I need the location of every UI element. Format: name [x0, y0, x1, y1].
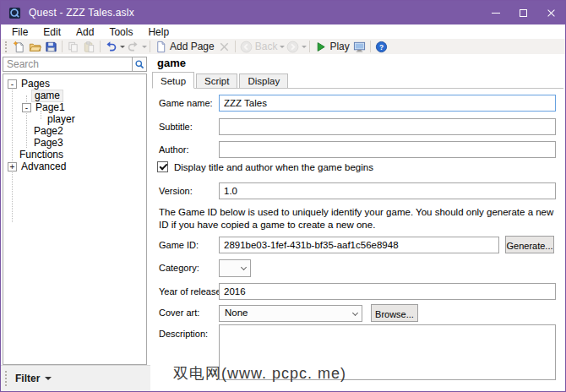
forward-dropdown-arrow[interactable] — [302, 46, 307, 51]
copy-icon — [67, 41, 79, 53]
subtitle-input[interactable] — [219, 118, 556, 135]
menu-add[interactable]: Add — [68, 25, 101, 39]
menu-edit[interactable]: Edit — [35, 25, 68, 39]
add-page-label: Add Page — [170, 41, 215, 52]
search-button[interactable] — [133, 57, 147, 72]
tree-item-page2[interactable]: Page2 — [34, 125, 63, 137]
cover-art-dropdown[interactable]: None — [219, 305, 362, 322]
game-name-label: Game name: — [159, 98, 213, 108]
tree-item-label: Page1 — [35, 102, 65, 113]
tab-script[interactable]: Script — [196, 74, 237, 88]
display-title-checkbox-label: Display title and author when the game b… — [174, 162, 373, 172]
play-button[interactable]: Play — [313, 40, 351, 54]
toolbar-separator — [100, 41, 101, 52]
menu-tools[interactable]: Tools — [101, 25, 140, 39]
minimize-button[interactable] — [482, 1, 509, 24]
chevron-down-icon — [241, 264, 247, 270]
redo-icon — [127, 41, 139, 53]
display-title-checkbox[interactable] — [157, 161, 168, 172]
tab-strip: Setup Script Display — [152, 72, 563, 89]
copy-button[interactable] — [65, 40, 81, 54]
debug-window-button[interactable] — [351, 40, 367, 54]
tree-item-label: Advanced — [21, 161, 66, 172]
toolbar-separator — [309, 41, 310, 52]
browse-button[interactable]: Browse... — [371, 304, 418, 322]
search-input[interactable] — [3, 57, 133, 72]
tree-item-label: Page3 — [34, 138, 63, 149]
year-input[interactable] — [219, 283, 556, 300]
collapse-icon[interactable]: - — [8, 79, 17, 89]
tab-display[interactable]: Display — [239, 74, 288, 88]
game-id-label: Game ID: — [159, 240, 199, 250]
add-page-button[interactable]: Add Page — [153, 40, 216, 54]
tree-guide-line — [12, 87, 13, 222]
close-button[interactable] — [537, 1, 565, 24]
category-dropdown[interactable] — [219, 259, 251, 277]
game-id-input[interactable] — [219, 237, 499, 253]
undo-button[interactable] — [103, 40, 119, 54]
pages-tree: -Pages game -Page1 player Page2 Page3 Fu… — [3, 74, 147, 365]
save-icon — [45, 41, 57, 53]
menu-bar: File Edit Add Tools Help — [1, 24, 565, 39]
tree-item-functions[interactable]: Functions — [19, 149, 63, 161]
tree-item-label: player — [47, 114, 75, 125]
redo-dropdown-arrow[interactable] — [142, 46, 147, 51]
author-input[interactable] — [219, 141, 556, 158]
save-button[interactable] — [43, 40, 59, 54]
menu-help[interactable]: Help — [140, 25, 177, 39]
new-file-button[interactable] — [11, 40, 27, 54]
expand-icon[interactable]: + — [8, 162, 17, 172]
open-file-button[interactable] — [27, 40, 43, 54]
filter-dropdown-arrow[interactable] — [45, 377, 52, 384]
tree-item-advanced[interactable]: +Advanced — [8, 161, 66, 172]
paste-icon — [83, 41, 95, 53]
description-label: Description: — [159, 329, 208, 339]
search-row — [3, 57, 147, 72]
delete-icon — [218, 41, 231, 53]
tree-item-label: Page2 — [34, 126, 63, 137]
filter-bar: Filter — [1, 365, 150, 391]
generate-button[interactable]: Generate... — [505, 236, 554, 253]
help-icon: ? — [375, 41, 388, 53]
open-folder-icon — [29, 41, 41, 53]
monitor-icon — [353, 41, 366, 53]
tab-setup[interactable]: Setup — [152, 72, 194, 89]
app-icon — [8, 7, 21, 19]
page-title: game — [157, 57, 186, 69]
delete-page-button[interactable] — [216, 40, 232, 54]
filter-button[interactable]: Filter — [15, 373, 40, 384]
filter-grip — [5, 371, 7, 386]
forward-button[interactable] — [285, 40, 301, 54]
collapse-icon[interactable]: - — [22, 103, 31, 112]
editor-panel: game Setup Script Display Game name: Sub… — [150, 54, 565, 391]
toolbar-grip — [5, 41, 7, 52]
back-button[interactable]: Back — [238, 40, 280, 54]
cover-art-value: None — [225, 308, 248, 318]
play-icon — [314, 41, 327, 53]
new-file-icon — [13, 41, 25, 53]
paste-button[interactable] — [81, 40, 97, 54]
back-label: Back — [255, 41, 278, 52]
version-input[interactable] — [219, 182, 556, 199]
title-bar: Quest - ZZZ Tales.aslx — [1, 1, 565, 24]
add-page-icon — [155, 41, 167, 53]
undo-icon — [105, 41, 117, 53]
toolbar: Add Page Back Play ? — [1, 39, 565, 55]
tree-item-page3[interactable]: Page3 — [34, 137, 63, 149]
minimize-icon — [492, 13, 500, 14]
tree-item-page1[interactable]: -Page1 — [22, 101, 65, 113]
tree-item-pages[interactable]: -Pages — [8, 78, 50, 90]
toolbar-separator — [150, 41, 150, 52]
category-label: Category: — [159, 263, 199, 273]
forward-icon — [286, 41, 299, 53]
menu-file[interactable]: File — [4, 25, 35, 39]
maximize-button[interactable] — [509, 1, 537, 24]
tree-item-game[interactable]: game — [31, 90, 63, 101]
tree-item-player[interactable]: player — [47, 113, 75, 125]
help-button[interactable]: ? — [373, 40, 389, 54]
cover-art-label: Cover art: — [159, 308, 199, 318]
game-name-input[interactable] — [219, 95, 556, 112]
play-label: Play — [329, 41, 349, 52]
redo-button[interactable] — [125, 40, 141, 54]
sidebar: -Pages game -Page1 player Page2 Page3 Fu… — [1, 54, 150, 391]
